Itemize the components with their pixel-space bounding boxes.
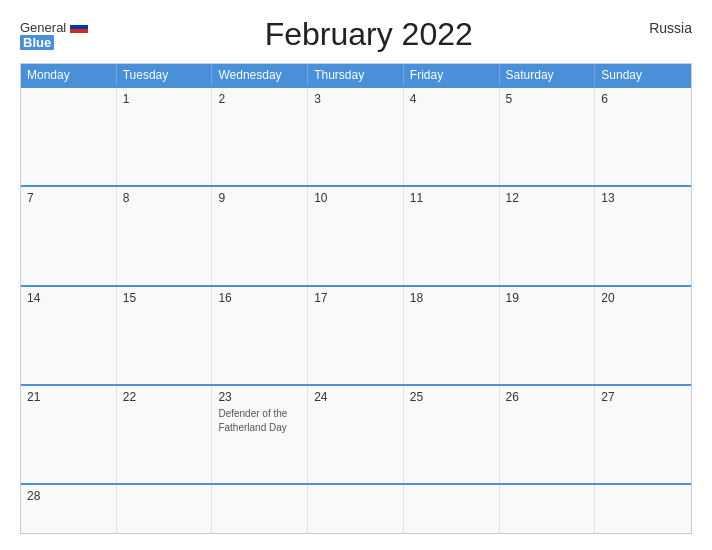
header: General Blue February 2022 Russia — [20, 16, 692, 53]
week-row-3: 14 15 16 17 18 19 20 — [21, 285, 691, 384]
cal-cell-w3d5: 18 — [404, 287, 500, 384]
cal-cell-w5d2 — [117, 485, 213, 533]
week-row-5: 28 — [21, 483, 691, 533]
cal-cell-w2d3: 9 — [212, 187, 308, 284]
logo: General Blue — [20, 20, 88, 50]
cal-cell-w3d4: 17 — [308, 287, 404, 384]
cal-cell-w5d5 — [404, 485, 500, 533]
logo-text: General — [20, 20, 88, 35]
header-thursday: Thursday — [308, 64, 404, 86]
cal-cell-w4d4: 24 — [308, 386, 404, 483]
cal-cell-w4d7: 27 — [595, 386, 691, 483]
cal-cell-w4d1: 21 — [21, 386, 117, 483]
cal-cell-w1d3: 2 — [212, 88, 308, 185]
logo-blue-text: Blue — [20, 35, 54, 50]
cal-cell-w4d2: 22 — [117, 386, 213, 483]
cal-cell-w3d2: 15 — [117, 287, 213, 384]
country-label: Russia — [649, 20, 692, 36]
cal-cell-w4d3: 23 Defender of the Fatherland Day — [212, 386, 308, 483]
cal-cell-w5d6 — [500, 485, 596, 533]
cal-cell-w2d1: 7 — [21, 187, 117, 284]
logo-general-text: General — [20, 20, 66, 35]
cal-cell-w1d1 — [21, 88, 117, 185]
cal-cell-w1d6: 5 — [500, 88, 596, 185]
cal-cell-w4d5: 25 — [404, 386, 500, 483]
logo-flag-icon — [70, 21, 88, 34]
calendar-header: Monday Tuesday Wednesday Thursday Friday… — [21, 64, 691, 86]
cal-cell-w3d6: 19 — [500, 287, 596, 384]
cal-cell-w3d1: 14 — [21, 287, 117, 384]
cal-cell-w4d6: 26 — [500, 386, 596, 483]
cal-cell-w1d2: 1 — [117, 88, 213, 185]
week-row-2: 7 8 9 10 11 12 13 — [21, 185, 691, 284]
calendar-title: February 2022 — [265, 16, 473, 53]
cal-cell-w2d4: 10 — [308, 187, 404, 284]
calendar-page: General Blue February 2022 Russia Monday… — [0, 0, 712, 550]
calendar-body: 1 2 3 4 5 6 7 8 9 10 11 12 13 14 15 16 — [21, 86, 691, 533]
holiday-defender-day: Defender of the Fatherland Day — [218, 408, 287, 433]
cal-cell-w5d4 — [308, 485, 404, 533]
header-sunday: Sunday — [595, 64, 691, 86]
header-wednesday: Wednesday — [212, 64, 308, 86]
header-friday: Friday — [404, 64, 500, 86]
week-row-4: 21 22 23 Defender of the Fatherland Day … — [21, 384, 691, 483]
cal-cell-w1d4: 3 — [308, 88, 404, 185]
cal-cell-w2d5: 11 — [404, 187, 500, 284]
cal-cell-w1d5: 4 — [404, 88, 500, 185]
header-saturday: Saturday — [500, 64, 596, 86]
cal-cell-w3d3: 16 — [212, 287, 308, 384]
cal-cell-w5d7 — [595, 485, 691, 533]
cal-cell-w2d7: 13 — [595, 187, 691, 284]
cal-cell-w5d3 — [212, 485, 308, 533]
calendar-grid: Monday Tuesday Wednesday Thursday Friday… — [20, 63, 692, 534]
header-monday: Monday — [21, 64, 117, 86]
cal-cell-w2d6: 12 — [500, 187, 596, 284]
cal-cell-w2d2: 8 — [117, 187, 213, 284]
cal-cell-w1d7: 6 — [595, 88, 691, 185]
cal-cell-w3d7: 20 — [595, 287, 691, 384]
cal-cell-w5d1: 28 — [21, 485, 117, 533]
week-row-1: 1 2 3 4 5 6 — [21, 86, 691, 185]
header-tuesday: Tuesday — [117, 64, 213, 86]
